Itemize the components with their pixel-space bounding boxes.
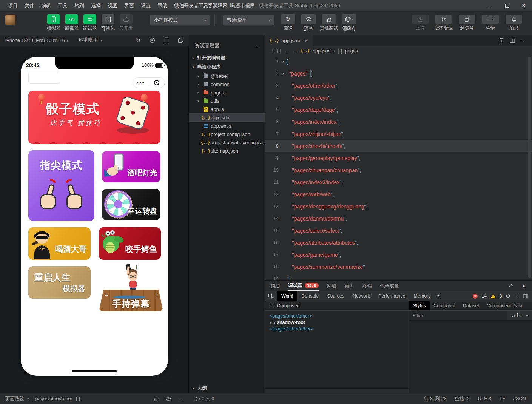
code-line-17[interactable]: 17 "pages/game/game", [265, 249, 532, 261]
nav-forward-icon[interactable]: → [292, 48, 298, 54]
style-tab-styles[interactable]: Styles [409, 301, 430, 310]
menu-item-8[interactable]: 设置 [137, 2, 154, 9]
tile-drinking-bro[interactable]: 喝酒大哥 [28, 227, 91, 260]
code-line-2[interactable]: 2 "pages": [ [265, 68, 532, 80]
fold-arrow-icon[interactable] [279, 68, 286, 80]
code-line-10[interactable]: 10 "pages/zhuanpan/zhuanpan", [265, 164, 532, 176]
warning-count[interactable]: 8 [500, 293, 502, 299]
menu-item-1[interactable]: 文件 [21, 2, 38, 9]
tile-biting-crocodile[interactable]: 咬手鳄鱼 [99, 227, 161, 260]
stop-icon[interactable] [150, 37, 155, 43]
menu-item-5[interactable]: 选择 [88, 2, 104, 9]
devtools-tab-network[interactable]: Network [348, 291, 374, 301]
status-item-1[interactable]: 空格: 2 [455, 396, 470, 402]
outline-list-icon[interactable] [269, 49, 274, 52]
editor-more-icon[interactable]: ··· [521, 38, 526, 43]
panel-tab-调试器[interactable]: 调试器14, 8 [288, 281, 319, 291]
vconsole-icon[interactable] [153, 396, 159, 401]
menu-item-6[interactable]: 视图 [104, 2, 121, 9]
outline-section[interactable]: ▸ 大纲 [189, 384, 265, 392]
status-item-2[interactable]: UTF-8 [478, 396, 491, 401]
home-indicator[interactable] [72, 370, 117, 372]
tile-restart-life[interactable]: 重启人生 模拟器 [28, 266, 91, 299]
panel-tab-构建[interactable]: 构建 [270, 281, 280, 291]
chevron-right-icon[interactable]: ▸ [196, 82, 201, 86]
file-item-app.wxss[interactable]: app.wxss [189, 122, 265, 130]
code-line-13[interactable]: 13 "pages/dengguang/dengguang", [265, 200, 532, 213]
tile-handheld-danmu[interactable]: ! + ı 手持弹幕 [99, 264, 163, 311]
file-item-pages[interactable]: ▸pages [189, 88, 265, 97]
preview-eye-icon[interactable] [165, 397, 171, 401]
fold-arrow-icon[interactable] [279, 56, 286, 68]
menu-item-7[interactable]: 界面 [121, 2, 137, 9]
menu-item-4[interactable]: 转到 [71, 2, 88, 9]
file-item-project.private.config.js...[interactable]: {..}project.private.config.js... [189, 138, 265, 146]
code-area[interactable]: 1{2 "pages": [3 "pages/other/other",4 "p… [265, 56, 532, 280]
status-item-0[interactable]: 行 8, 列 28 [424, 396, 447, 402]
panel-tab-输出[interactable]: 输出 [345, 281, 354, 291]
tile-bar-light[interactable]: 酒吧灯光 [102, 151, 160, 182]
file-item-@babel[interactable]: ▸@babel [189, 72, 265, 80]
chevron-right-icon[interactable]: ▸ [196, 99, 201, 103]
style-tab-computed[interactable]: Computed [430, 301, 459, 310]
close-capsule-icon[interactable] [149, 80, 165, 85]
wxml-node[interactable]: <pages/other/other> [270, 313, 409, 319]
menu-item-3[interactable]: 工具 [54, 2, 71, 9]
project-root[interactable]: ▾ 喝酒小程序 [189, 63, 265, 71]
status-item-4[interactable]: JSON [513, 396, 526, 401]
code-line-12[interactable]: 12 "pages/web/web", [265, 188, 532, 200]
devtools-tab-memory[interactable]: Memory [409, 291, 435, 301]
file-item-utils[interactable]: ▸utils [189, 97, 265, 105]
chevron-right-icon[interactable]: ▸ [270, 319, 274, 326]
debugger-toggle-button[interactable]: 调试器 [81, 14, 99, 32]
multi-window-icon[interactable] [178, 37, 184, 43]
menu-item-2[interactable]: 编辑 [38, 2, 54, 9]
phone-frame-icon[interactable] [164, 37, 169, 43]
banner-dice-mode[interactable]: 骰子模式 比手气 拼技巧 [28, 91, 160, 144]
code-line-16[interactable]: 16 "pages/attributes/attributes", [265, 237, 532, 249]
code-line-19[interactable]: 19 ], [265, 273, 532, 280]
minimize-button[interactable]: – [482, 0, 499, 11]
style-tab-dataset[interactable]: Dataset [459, 301, 483, 310]
split-editor-icon[interactable] [510, 38, 515, 43]
problems-summary[interactable]: 0 △ 0 [196, 393, 214, 404]
breadcrumb-node[interactable]: pages [345, 48, 358, 54]
details-button[interactable]: 详情 [480, 15, 501, 31]
cls-button[interactable]: .cls [507, 313, 526, 318]
simulator-toggle-button[interactable]: 模拟器 [45, 14, 63, 32]
panel-tab-代码质量[interactable]: 代码质量 [380, 281, 399, 291]
copy-icon[interactable] [76, 397, 80, 401]
collapse-panel-icon[interactable] [509, 284, 513, 288]
nav-back-placeholder[interactable] [28, 72, 60, 84]
wxml-node[interactable]: </pages/other/other> [270, 326, 409, 332]
avatar[interactable] [5, 15, 15, 25]
tile-fingertip-mode[interactable]: 指尖模式 [28, 150, 94, 221]
file-item-common[interactable]: ▸common [189, 80, 265, 88]
nav-back-icon[interactable]: ← [284, 48, 289, 54]
panel-tab-问题[interactable]: 问题 [327, 281, 336, 291]
explorer-more-icon[interactable]: ··· [253, 43, 259, 49]
close-button[interactable]: × [515, 0, 532, 11]
page-path-label[interactable]: 页面路径 [5, 396, 24, 402]
dock-side-icon[interactable] [523, 294, 528, 299]
code-line-5[interactable]: 5 "pages/dage/dage", [265, 104, 532, 116]
code-line-14[interactable]: 14 "pages/danmu/danmu", [265, 213, 532, 225]
style-tab-component-data[interactable]: Component Data [483, 301, 526, 310]
chevron-right-icon[interactable]: ▸ [196, 74, 201, 78]
chevron-right-icon[interactable]: ▸ [196, 91, 201, 94]
devtools-tab-sources[interactable]: Sources [323, 291, 348, 301]
compile-button[interactable]: ↻ 编译 [278, 14, 298, 32]
composed-checkbox[interactable] [270, 304, 274, 308]
editor-toggle-button[interactable]: </> 编辑器 [63, 14, 81, 32]
test-account-button[interactable]: 测试号 [456, 15, 478, 31]
close-panel-icon[interactable]: ✕ [522, 283, 526, 289]
tile-lucky-wheel[interactable]: 幸运转盘 [102, 189, 160, 220]
mode-select[interactable]: 小程序模式▾ [150, 15, 210, 25]
clear-cache-button[interactable]: ▾ 清缓存 [339, 14, 359, 32]
error-count[interactable]: 14 [481, 293, 486, 299]
menu-item-0[interactable]: 项目 [5, 2, 21, 9]
device-debug-button[interactable]: 真机调试 [319, 14, 339, 32]
open-changes-icon[interactable] [499, 38, 504, 43]
cloud-dev-button[interactable]: 云开发 [117, 14, 135, 32]
devtools-tab-wxml[interactable]: Wxml [277, 291, 297, 301]
